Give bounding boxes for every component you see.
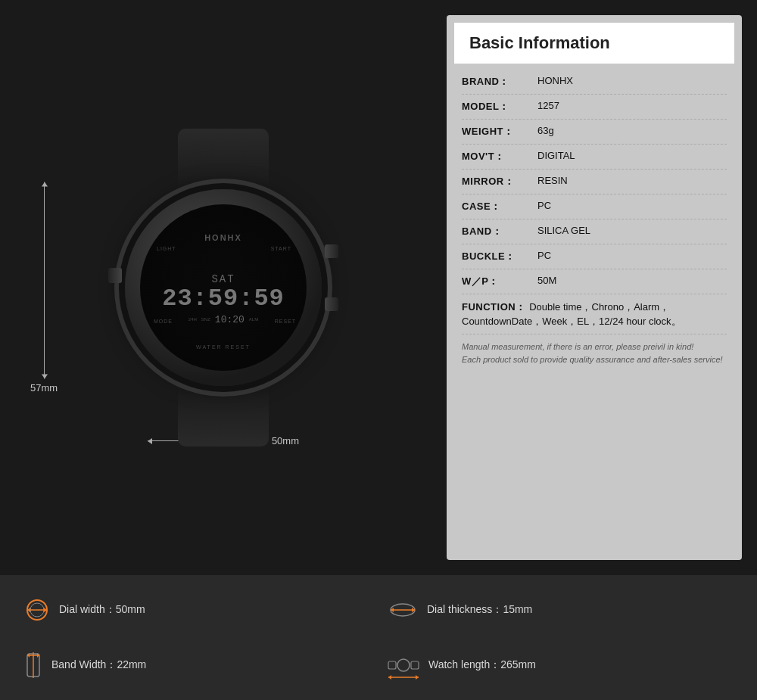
crown-right-bottom [325, 297, 338, 311]
wp-row: W／P： 50M [462, 269, 727, 294]
band-row: BAND： SILICA GEL [462, 219, 727, 244]
brand-val: HONHX [537, 75, 727, 86]
height-dimension: 57mm [30, 182, 58, 394]
svg-marker-18 [388, 675, 391, 680]
dial-thickness-val: 15mm [503, 603, 532, 615]
watch-length-val: 265mm [500, 658, 536, 670]
buckle-row: BUCKLE： PC [462, 244, 727, 269]
info-body: BRAND： HONHX MODEL： 1257 WEIGHT： 63g MOV… [447, 64, 742, 560]
function-key: FUNCTION： [462, 301, 526, 313]
band-width-val: 22mm [117, 658, 146, 670]
wp-val: 50M [537, 275, 727, 286]
watch-label-reset: RESET [275, 319, 296, 324]
buckle-val: PC [537, 250, 727, 261]
band-width-text: Band Width：22mm [51, 658, 146, 672]
crown-left [108, 268, 122, 283]
spec-dial-thickness: Dial thickness：15mm [378, 583, 742, 638]
watch-label-light: LIGHT [157, 246, 176, 251]
svg-marker-19 [416, 675, 419, 680]
vertical-line [44, 182, 45, 379]
dial-width-val: 50mm [116, 603, 145, 615]
disclaimer: Manual measurement, if there is an error… [462, 341, 727, 366]
band-key: BAND： [462, 225, 537, 238]
watch-label-start: START [271, 246, 291, 251]
watch-length-icon [386, 649, 421, 681]
watch-length-text: Watch length：265mm [428, 658, 536, 672]
label-24h: 24H [188, 317, 197, 322]
brand-key: BRAND： [462, 75, 537, 89]
watch-length-label: Watch length： [428, 658, 500, 670]
watch-brand-text: HONHX [204, 233, 242, 242]
watch-small-time: 10:20 [215, 314, 245, 325]
specs-bar: Dial width：50mm Dial thickness：15mm [0, 575, 757, 700]
watch-label-mode: MODE [154, 319, 173, 324]
spec-band-width: Band Width：22mm [15, 638, 378, 693]
movement-val: DIGITAL [537, 150, 727, 161]
watch-section: 57mm HONHX LIGHT START MODE RESET SAT 23… [15, 15, 431, 560]
watch-water-label: WATER RESET [196, 344, 251, 350]
wp-key: W／P： [462, 275, 537, 288]
mirror-key: MIRROR： [462, 175, 537, 188]
band-bottom [178, 386, 269, 446]
band-width-label: Band Width： [51, 658, 117, 670]
svg-rect-16 [411, 661, 419, 669]
case-row: CASE： PC [462, 194, 727, 219]
function-row: FUNCTION： Double time，Chrono，Alarm，Count… [462, 294, 727, 334]
model-row: MODEL： 1257 [462, 95, 727, 120]
weight-key: WEIGHT： [462, 125, 537, 138]
band-val: SILICA GEL [537, 225, 727, 236]
watch-time: 23:59:59 [162, 287, 285, 311]
main-content: 57mm HONHX LIGHT START MODE RESET SAT 23… [0, 0, 757, 575]
case-key: CASE： [462, 200, 537, 213]
movement-key: MOV'T： [462, 150, 537, 163]
height-label: 57mm [30, 382, 58, 394]
info-title: Basic Information [469, 33, 719, 53]
model-key: MODEL： [462, 100, 537, 114]
label-snz: SNZ [201, 317, 210, 322]
svg-point-15 [397, 659, 410, 671]
watch-face: HONHX LIGHT START MODE RESET SAT 23:59:5… [140, 204, 307, 371]
watch-drawing: HONHX LIGHT START MODE RESET SAT 23:59:5… [95, 76, 352, 499]
case-val: PC [537, 200, 727, 211]
dial-width-label: Dial width： [59, 603, 116, 615]
info-header: Basic Information [454, 23, 734, 64]
crown-right-top [325, 244, 338, 258]
dial-thickness-icon [386, 599, 419, 621]
dial-width-icon [23, 596, 51, 624]
info-panel: Basic Information BRAND： HONHX MODEL： 12… [447, 15, 742, 560]
disclaimer-text: Manual measurement, if there is an error… [462, 342, 723, 364]
buckle-key: BUCKLE： [462, 250, 537, 263]
watch-case: HONHX LIGHT START MODE RESET SAT 23:59:5… [125, 189, 322, 386]
svg-rect-14 [388, 661, 396, 669]
weight-row: WEIGHT： 63g [462, 120, 727, 145]
band-width-icon [23, 649, 44, 681]
dial-width-text: Dial width：50mm [59, 603, 145, 617]
dial-thickness-text: Dial thickness：15mm [427, 603, 532, 617]
mirror-val: RESIN [537, 175, 727, 186]
movement-row: MOV'T： DIGITAL [462, 145, 727, 170]
watch-bottom-row: 24H SNZ 10:20 ALM [188, 314, 258, 325]
label-alm: ALM [249, 317, 258, 322]
dial-thickness-label: Dial thickness： [427, 603, 503, 615]
brand-row: BRAND： HONHX [462, 70, 727, 95]
spec-watch-length: Watch length：265mm [378, 638, 742, 693]
weight-val: 63g [537, 125, 727, 136]
band-top [178, 129, 269, 189]
width-label: 50mm [272, 435, 299, 446]
watch-day: SAT [211, 273, 235, 285]
model-val: 1257 [537, 100, 727, 111]
spec-dial-width: Dial width：50mm [15, 583, 378, 638]
mirror-row: MIRROR： RESIN [462, 170, 727, 194]
